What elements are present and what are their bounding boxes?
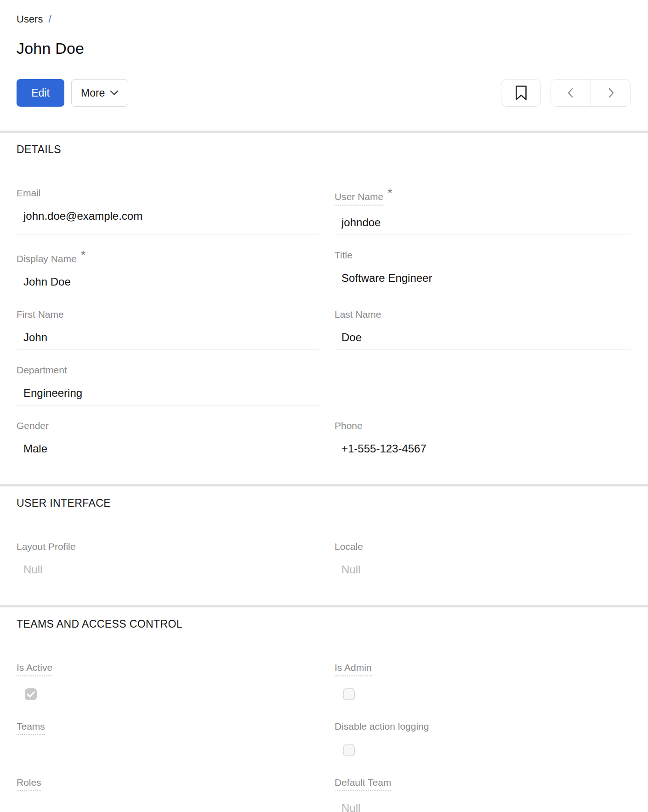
field-grid: Is Active Is Admin Teams Disable action … — [17, 662, 631, 812]
field-value: john.doe@example.com — [17, 210, 319, 223]
chevron-down-icon — [110, 90, 119, 96]
section-title: DETAILS — [17, 143, 631, 155]
field-first-name: First Name John — [17, 309, 319, 350]
field-label: Disable action logging — [335, 721, 631, 732]
section-divider — [0, 605, 648, 607]
field-value-null: Null — [17, 563, 319, 576]
field-label: Department — [17, 364, 319, 376]
field-label-tooltip[interactable]: Teams — [17, 721, 45, 735]
section-title: USER INTERFACE — [17, 497, 631, 509]
field-label-text: Display Name — [17, 253, 77, 264]
more-button[interactable]: More — [71, 79, 128, 107]
page-title: John Doe — [17, 38, 631, 58]
field-label-text: Title — [335, 250, 352, 260]
is-admin-checkbox — [343, 688, 355, 700]
field-label-text: Phone — [335, 420, 363, 431]
field-label-tooltip[interactable]: Is Admin — [335, 662, 372, 676]
field-department: Department Engineering — [17, 364, 319, 406]
field-label: Is Admin — [335, 662, 631, 676]
field-label: Display Name* — [17, 249, 319, 265]
bookmark-icon — [515, 85, 528, 101]
field-display-name: Display Name* John Doe — [17, 249, 319, 294]
field-value-null: Null — [335, 802, 631, 812]
field-locale: Locale Null — [335, 541, 631, 582]
chevron-right-icon — [605, 86, 617, 99]
field-value: Doe — [335, 331, 631, 344]
field-is-active: Is Active — [17, 662, 319, 706]
field-label-text: Email — [17, 188, 41, 198]
field-label-tooltip[interactable]: Roles — [17, 777, 41, 791]
required-asterisk: * — [81, 248, 86, 262]
field-value: John Doe — [17, 275, 319, 288]
field-label-text: Disable action logging — [335, 721, 429, 732]
field-value: Software Engineer — [335, 272, 631, 285]
field-label: Roles — [17, 777, 319, 791]
field-last-name: Last Name Doe — [335, 309, 631, 350]
field-label-tooltip[interactable]: Is Active — [17, 662, 52, 676]
field-layout-profile: Layout Profile Null — [17, 541, 319, 582]
field-value-null: Null — [335, 563, 631, 576]
breadcrumb-separator: / — [48, 13, 51, 26]
field-gender: Gender Male — [17, 420, 319, 461]
section-teams-access-control: TEAMS AND ACCESS CONTROL Is Active Is Ad… — [0, 618, 648, 812]
field-phone: Phone +1-555-123-4567 — [335, 420, 631, 461]
section-divider — [0, 131, 648, 133]
field-disable-action-logging: Disable action logging — [335, 721, 631, 762]
field-label: Email — [17, 187, 319, 199]
chevron-left-icon — [565, 86, 577, 99]
field-value: +1-555-123-4567 — [335, 442, 631, 455]
breadcrumb: Users / — [17, 13, 631, 26]
field-label-text: Gender — [17, 420, 49, 431]
field-label: Display NameUser Name* — [335, 187, 631, 206]
section-title: TEAMS AND ACCESS CONTROL — [17, 618, 631, 630]
field-label-tooltip[interactable]: User Name — [335, 191, 383, 206]
field-roles: Roles — [17, 777, 319, 812]
field-label-tooltip[interactable]: Default Team — [335, 777, 391, 791]
field-value: John — [17, 331, 319, 344]
field-label: First Name — [17, 309, 319, 320]
field-label: Teams — [17, 721, 319, 735]
toolbar: Edit More — [17, 79, 631, 107]
field-grid: Email john.doe@example.com Display NameU… — [17, 187, 631, 461]
field-label-text: Locale — [335, 541, 363, 552]
field-label-text: First Name — [17, 309, 64, 320]
disable-action-logging-checkbox — [343, 744, 355, 756]
next-record-button[interactable] — [591, 80, 630, 106]
field-value: Engineering — [17, 387, 319, 400]
section-user-interface: USER INTERFACE Layout Profile Null Local… — [0, 497, 648, 582]
field-label: Title — [335, 249, 631, 261]
section-divider — [0, 484, 648, 486]
field-is-admin: Is Admin — [335, 662, 631, 706]
field-label-text: Last Name — [335, 309, 381, 320]
field-label: Last Name — [335, 309, 631, 320]
required-asterisk: * — [387, 186, 392, 200]
field-value: johndoe — [335, 216, 631, 229]
field-label: Locale — [335, 541, 631, 553]
more-button-label: More — [81, 87, 105, 99]
previous-record-button[interactable] — [551, 80, 591, 106]
is-active-checkbox — [25, 688, 37, 700]
field-teams: Teams — [17, 721, 319, 762]
field-label: Phone — [335, 420, 631, 432]
field-title: Title Software Engineer — [335, 249, 631, 294]
field-user-name: Display NameUser Name* johndoe — [335, 187, 631, 235]
field-grid: Layout Profile Null Locale Null — [17, 541, 631, 582]
field-label-text: Layout Profile — [17, 541, 75, 552]
empty-cell — [335, 364, 631, 406]
field-value: Male — [17, 442, 319, 455]
field-email: Email john.doe@example.com — [17, 187, 319, 235]
edit-button[interactable]: Edit — [17, 79, 64, 107]
field-label: Default Team — [335, 777, 631, 791]
section-details: DETAILS Email john.doe@example.com Displ… — [0, 143, 648, 461]
check-icon — [27, 691, 35, 698]
breadcrumb-link-users[interactable]: Users — [17, 13, 43, 26]
field-default-team: Default Team Null — [335, 777, 631, 812]
field-label: Is Active — [17, 662, 319, 676]
field-label: Layout Profile — [17, 541, 319, 553]
bookmark-button[interactable] — [501, 79, 541, 107]
field-label-text: Department — [17, 365, 67, 375]
field-label: Gender — [17, 420, 319, 432]
record-pager — [551, 79, 631, 107]
page-header: Users / John Doe Edit More — [0, 0, 648, 107]
